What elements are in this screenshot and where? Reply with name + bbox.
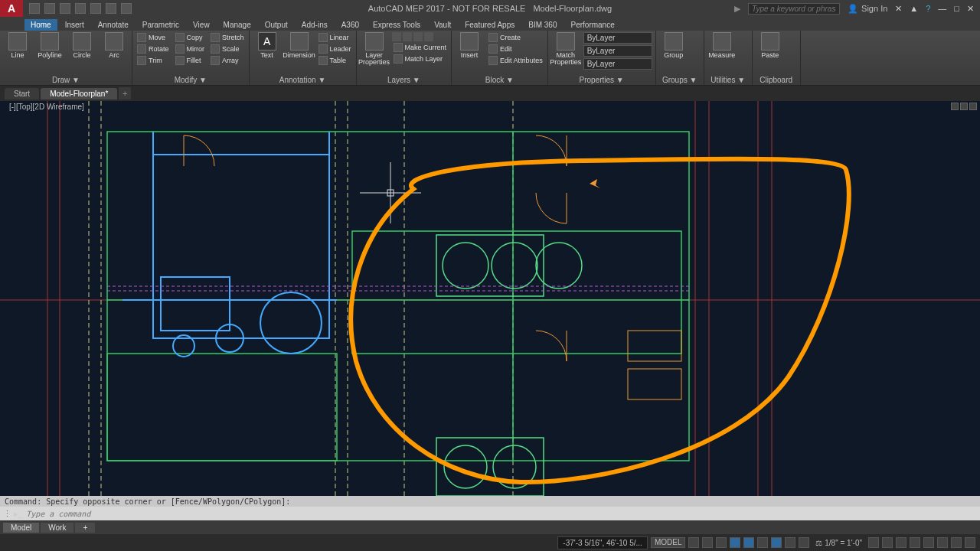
paste-button[interactable]: Paste xyxy=(756,32,785,59)
annotation-monitor-icon[interactable] xyxy=(882,537,893,548)
qat-new-icon[interactable] xyxy=(29,3,40,14)
edit-block-button[interactable]: Edit xyxy=(487,44,544,54)
units-icon[interactable] xyxy=(896,537,906,548)
util-icon[interactable] xyxy=(740,32,749,41)
make-current-button[interactable]: Make Current xyxy=(392,42,449,53)
exchange-icon[interactable]: ✕ xyxy=(895,4,902,14)
close-button[interactable]: ✕ xyxy=(967,4,974,14)
file-tab[interactable]: Start xyxy=(5,88,39,99)
signin-link[interactable]: 👤Sign In xyxy=(848,4,887,14)
ribbon-tab-view[interactable]: View xyxy=(187,19,216,31)
ribbon-tab-output[interactable]: Output xyxy=(259,19,294,31)
layer-icon[interactable] xyxy=(403,32,412,41)
qat-undo-icon[interactable] xyxy=(106,3,116,14)
coordinates-readout[interactable]: -37'-3 5/16", 46'-10 5/... xyxy=(557,536,648,549)
insert-button[interactable]: Insert xyxy=(455,32,484,59)
cut-icon[interactable] xyxy=(788,32,797,41)
maximize-button[interactable]: □ xyxy=(954,4,959,13)
ribbon-tab-add-ins[interactable]: Add-ins xyxy=(296,19,334,31)
viewport-close-button[interactable] xyxy=(969,103,977,110)
ribbon-tab-parametric[interactable]: Parametric xyxy=(136,19,185,31)
layer-icon[interactable] xyxy=(413,32,423,41)
match-properties-button[interactable]: Match Properties xyxy=(551,32,580,66)
isolate-icon[interactable] xyxy=(937,537,948,548)
isoplane-toggle[interactable] xyxy=(743,537,754,548)
ribbon-tab-insert[interactable]: Insert xyxy=(59,19,90,31)
ribbon-tab-vault[interactable]: Vault xyxy=(428,19,457,31)
ribbon-tab-featured-apps[interactable]: Featured Apps xyxy=(459,19,521,31)
panel-layers-title[interactable]: Layers ▼ xyxy=(360,75,449,85)
leader-button[interactable]: Leader xyxy=(317,44,353,54)
otrack-toggle[interactable] xyxy=(771,537,782,548)
panel-modify-title[interactable]: Modify ▼ xyxy=(136,75,246,85)
panel-properties-title[interactable]: Properties ▼ xyxy=(551,75,652,85)
ungroup-icon[interactable] xyxy=(691,32,701,41)
group-edit-icon[interactable] xyxy=(691,42,701,51)
minimize-button[interactable]: — xyxy=(938,4,946,13)
panel-draw-title[interactable]: Draw ▼ xyxy=(3,75,129,85)
ribbon-tab-a360[interactable]: A360 xyxy=(335,19,365,31)
layer-icon[interactable] xyxy=(392,32,401,41)
ribbon-tab-bim-360[interactable]: BIM 360 xyxy=(522,19,563,31)
floorplan-canvas[interactable] xyxy=(0,101,980,496)
layer-icon[interactable] xyxy=(424,32,433,41)
mirror-button[interactable]: Mirror xyxy=(174,44,207,54)
linetype-dropdown[interactable]: ByLayer xyxy=(583,45,652,57)
stayconnected-icon[interactable]: ▲ xyxy=(910,4,918,13)
fillet-button[interactable]: Fillet xyxy=(174,55,207,66)
osnap-toggle[interactable] xyxy=(757,537,768,548)
qat-redo-icon[interactable] xyxy=(121,3,132,14)
lineweight-dropdown[interactable]: ByLayer xyxy=(583,58,652,70)
text-button[interactable]: AText xyxy=(253,32,282,59)
ribbon-tab-express-tools[interactable]: Express Tools xyxy=(367,19,426,31)
array-button[interactable]: Array xyxy=(209,55,246,66)
view-label[interactable]: [-][Top][2D Wireframe] xyxy=(9,103,84,111)
edit-attributes-button[interactable]: Edit Attributes xyxy=(487,55,544,66)
qat-save-icon[interactable] xyxy=(60,3,70,14)
command-input[interactable] xyxy=(26,510,977,518)
color-dropdown[interactable]: ByLayer xyxy=(583,32,652,44)
polar-toggle[interactable] xyxy=(730,537,740,548)
model-space-button[interactable]: MODEL xyxy=(651,537,686,548)
trim-button[interactable]: Trim xyxy=(136,55,171,66)
ortho-toggle[interactable] xyxy=(716,537,727,548)
transparency-toggle[interactable] xyxy=(799,537,809,548)
qat-open-icon[interactable] xyxy=(44,3,55,14)
commandline-grip-icon[interactable]: ⋮ xyxy=(3,509,11,519)
group-button[interactable]: Group xyxy=(659,32,688,59)
panel-annotation-title[interactable]: Annotation ▼ xyxy=(253,75,353,85)
table-button[interactable]: Table xyxy=(317,55,353,66)
viewport-min-button[interactable] xyxy=(951,103,959,110)
viewport-max-button[interactable] xyxy=(960,103,968,110)
panel-utilities-title[interactable]: Utilities ▼ xyxy=(707,75,749,85)
dimension-button[interactable]: Dimension xyxy=(285,32,314,59)
cleanscreen-icon[interactable] xyxy=(951,537,962,548)
stretch-button[interactable]: Stretch xyxy=(209,32,246,43)
quickprops-icon[interactable] xyxy=(910,537,920,548)
workspace-switch-icon[interactable] xyxy=(868,537,879,548)
drawing-area[interactable]: [-][Top][2D Wireframe] xyxy=(0,101,980,496)
create-block-button[interactable]: Create xyxy=(487,32,544,43)
rotate-button[interactable]: Rotate xyxy=(136,44,171,54)
qat-saveas-icon[interactable] xyxy=(75,3,86,14)
circle-button[interactable]: Circle xyxy=(67,32,96,59)
move-button[interactable]: Move xyxy=(136,32,171,43)
snap-toggle[interactable] xyxy=(702,537,713,548)
match-layer-button[interactable]: Match Layer xyxy=(392,54,449,64)
measure-button[interactable]: Measure xyxy=(707,32,737,59)
lineweight-toggle[interactable] xyxy=(785,537,795,548)
ribbon-tab-performance[interactable]: Performance xyxy=(564,19,620,31)
file-tab[interactable]: Model-Floorplan* xyxy=(41,88,117,99)
arc-button[interactable]: Arc xyxy=(100,32,129,59)
panel-block-title[interactable]: Block ▼ xyxy=(455,75,544,85)
help-icon[interactable]: ? xyxy=(926,4,930,13)
hardware-accel-icon[interactable] xyxy=(923,537,934,548)
customize-icon[interactable] xyxy=(965,537,975,548)
ribbon-tab-manage[interactable]: Manage xyxy=(217,19,257,31)
grid-toggle[interactable] xyxy=(688,537,699,548)
polyline-button[interactable]: Polyline xyxy=(35,32,64,59)
util-icon[interactable] xyxy=(740,42,749,51)
ribbon-tab-annotate[interactable]: Annotate xyxy=(92,19,135,31)
qat-plot-icon[interactable] xyxy=(90,3,101,14)
line-button[interactable]: Line xyxy=(3,32,32,59)
